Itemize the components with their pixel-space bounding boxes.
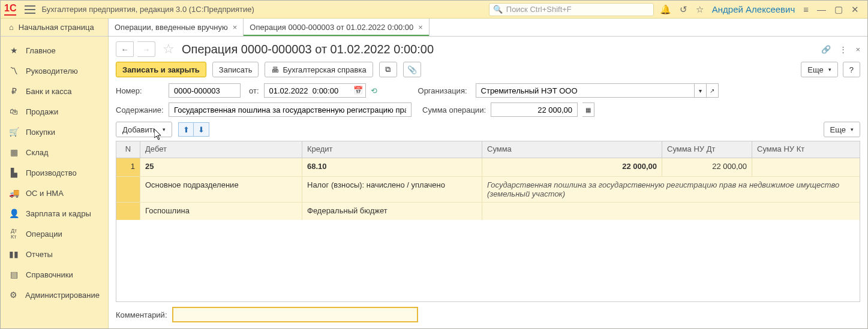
minimize-icon[interactable]: — (817, 4, 826, 14)
number-input[interactable] (169, 83, 241, 98)
cell-credit-acc[interactable]: 68.10 (302, 158, 482, 176)
sum-input[interactable] (491, 102, 578, 117)
sidebar-item-bank[interactable]: ₽Банк и касса (1, 81, 108, 101)
sidebar-item-label: Главное (26, 46, 56, 55)
tabs-row: ⌂ Начальная страница Операции, введенные… (1, 19, 867, 37)
cell-debit-sub2[interactable]: Госпошлина (140, 203, 302, 220)
link-docs-button[interactable]: ⧉ (379, 62, 397, 77)
add-row-button[interactable]: Добавить▾ (116, 122, 172, 137)
sidebar-item-reports[interactable]: ▮▮Отчеты (1, 244, 108, 264)
settings-icon[interactable]: ≡ (803, 4, 809, 14)
sidebar-item-assets[interactable]: 🚚ОС и НМА (1, 183, 108, 203)
tab-close-icon[interactable]: × (418, 23, 423, 32)
nav-forward-button[interactable]: → (137, 41, 155, 57)
close-icon[interactable]: ✕ (851, 4, 859, 15)
sidebar-item-warehouse[interactable]: ▦Склад (1, 142, 108, 162)
cell-nukt[interactable] (752, 158, 860, 176)
attach-button[interactable]: 📎 (403, 62, 421, 77)
star-icon[interactable]: ☆ (696, 4, 704, 15)
number-label: Номер: (116, 86, 164, 95)
sidebar-item-salary[interactable]: 👤Зарплата и кадры (1, 203, 108, 224)
cell-credit-sub2[interactable]: Федеральный бюджет (302, 203, 482, 220)
sidebar-item-label: Зарплата и кадры (26, 209, 91, 218)
sidebar-item-references[interactable]: ▤Справочники (1, 264, 108, 285)
save-button[interactable]: Записать (212, 62, 259, 77)
app-title: Бухгалтерия предприятия, редакция 3.0 (1… (41, 5, 254, 14)
refresh-icon[interactable]: ⟲ (371, 86, 377, 95)
history-icon[interactable]: ↺ (680, 4, 687, 15)
more-button[interactable]: Еще▾ (801, 62, 837, 77)
truck-icon: 🚚 (9, 188, 19, 198)
sidebar-item-operations[interactable]: ДтКтОперации (1, 224, 108, 244)
sidebar: ★Главное 〽Руководителю ₽Банк и касса 🛍Пр… (1, 37, 109, 328)
tab-close-icon[interactable]: × (233, 23, 238, 32)
tab-label: Операции, введенные вручную (115, 23, 228, 32)
calc-button[interactable]: ▦ (582, 102, 594, 117)
cell-sum[interactable]: 22 000,00 (482, 158, 662, 176)
comment-label: Комментарий: (116, 310, 167, 319)
col-credit[interactable]: Кредит (302, 141, 482, 158)
col-n[interactable]: N (116, 141, 140, 158)
more-label: Еще (807, 65, 823, 74)
cell-description[interactable]: Государственная пошлина за государственн… (482, 177, 860, 202)
favorite-toggle[interactable]: ☆ (163, 41, 175, 57)
sidebar-item-production[interactable]: ▙Производство (1, 162, 108, 183)
sidebar-item-purchases[interactable]: 🛒Покупки (1, 122, 108, 142)
panel-close-icon[interactable]: × (855, 45, 860, 54)
calendar-icon[interactable]: 📅 (353, 86, 363, 95)
cell-n (116, 203, 140, 220)
factory-icon: ▙ (9, 168, 19, 177)
save-close-button[interactable]: Записать и закрыть (116, 62, 206, 77)
home-tab-label: Начальная страница (19, 23, 94, 32)
help-button[interactable]: ? (843, 62, 860, 77)
date-input[interactable]: 📅 (264, 83, 366, 98)
sidebar-item-manager[interactable]: 〽Руководителю (1, 61, 108, 81)
print-ref-button[interactable]: 🖶Бухгалтерская справка (265, 62, 373, 77)
col-nukt[interactable]: Сумма НУ Кт (752, 141, 860, 158)
org-dropdown-button[interactable]: ▾ (695, 83, 707, 98)
table-row[interactable]: 1 25 68.10 22 000,00 22 000,00 (116, 158, 860, 176)
bell-icon[interactable]: 🔔 (660, 4, 671, 15)
grid-more-button[interactable]: Еще▾ (824, 122, 860, 137)
tab-operations-list[interactable]: Операции, введенные вручную × (109, 19, 244, 36)
main-menu-icon[interactable] (25, 5, 35, 14)
cell-debit-sub1[interactable]: Основное подразделение (140, 177, 302, 202)
gear-icon: ⚙ (9, 290, 18, 300)
more2-label: Еще (830, 125, 846, 134)
main-panel: ← → ☆ Операция 0000-000003 от 01.02.2022… (109, 37, 867, 328)
comment-input[interactable] (172, 307, 418, 322)
user-name[interactable]: Андрей Алексеевич (712, 4, 795, 14)
col-sum[interactable]: Сумма (482, 141, 662, 158)
table-row[interactable]: Госпошлина Федеральный бюджет (116, 202, 860, 220)
maximize-icon[interactable]: ▢ (834, 4, 843, 15)
books-icon: ▤ (9, 270, 19, 279)
sidebar-item-sales[interactable]: 🛍Продажи (1, 101, 108, 122)
sidebar-item-admin[interactable]: ⚙Администрирование (1, 285, 108, 305)
move-down-button[interactable]: ⬇ (194, 122, 209, 137)
link-icon[interactable]: 🔗 (821, 45, 831, 54)
content-input[interactable] (169, 102, 412, 117)
table-row[interactable]: Основное подразделение Налог (взносы): н… (116, 176, 860, 202)
cart-icon: 🛒 (9, 127, 19, 137)
col-nudt[interactable]: Сумма НУ Дт (662, 141, 752, 158)
print-ref-label: Бухгалтерская справка (283, 65, 366, 74)
search-input[interactable]: 🔍 Поиск Ctrl+Shift+F (489, 3, 654, 16)
sidebar-item-label: Руководителю (26, 67, 78, 76)
cell-nudt[interactable]: 22 000,00 (662, 158, 752, 176)
sidebar-item-label: Продажи (26, 107, 58, 116)
col-debit[interactable]: Дебет (140, 141, 302, 158)
nav-back-button[interactable]: ← (116, 41, 134, 57)
home-tab[interactable]: ⌂ Начальная страница (1, 19, 109, 36)
bag-icon: 🛍 (9, 107, 19, 116)
org-label: Организация: (418, 86, 467, 95)
cell-credit-sub1[interactable]: Налог (взносы): начислено / уплачено (302, 177, 482, 202)
search-placeholder: Поиск Ctrl+Shift+F (506, 5, 572, 14)
org-open-button[interactable]: ↗ (707, 83, 719, 98)
org-select[interactable] (476, 83, 695, 98)
move-up-button[interactable]: ⬆ (178, 122, 194, 137)
kebab-icon[interactable]: ⋮ (839, 45, 847, 54)
tab-operation-detail[interactable]: Операция 0000-000003 от 01.02.2022 0:00:… (244, 19, 430, 36)
cell-debit-acc[interactable]: 25 (140, 158, 302, 176)
sidebar-item-main[interactable]: ★Главное (1, 40, 108, 61)
entries-grid: N Дебет Кредит Сумма Сумма НУ Дт Сумма Н… (116, 141, 860, 302)
